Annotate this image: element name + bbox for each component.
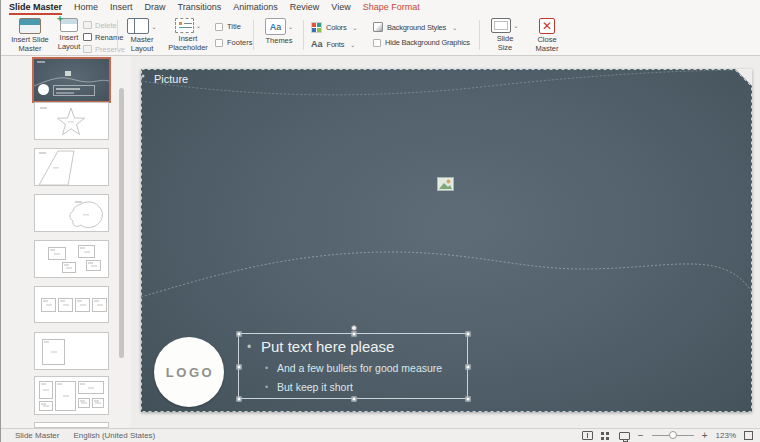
- resize-handle-middle-left[interactable]: [237, 365, 242, 370]
- fit-to-window-icon[interactable]: [744, 431, 753, 440]
- text-placeholder[interactable]: • Put text here please • And a few bulle…: [238, 333, 468, 399]
- footers-checkbox-row[interactable]: Footers: [215, 38, 252, 47]
- close-master-button[interactable]: ✕ Close Master: [529, 18, 565, 53]
- tab-slide-master[interactable]: Slide Master: [9, 0, 62, 16]
- background-wave-middle: [141, 252, 752, 297]
- bullet-icon: •: [247, 337, 261, 357]
- themes-label: Themes: [265, 37, 292, 46]
- fonts-icon: Aa: [311, 39, 323, 50]
- ribbon-tab-bar: Slide Master Home Insert Draw Transition…: [1, 0, 760, 16]
- chevron-down-icon: ⌄: [352, 24, 357, 31]
- slide-thumbnail-blob-layout[interactable]: [34, 194, 109, 232]
- title-checkbox-row[interactable]: Title: [215, 22, 252, 31]
- chevron-down-icon: ⌄: [513, 22, 518, 29]
- resize-handle-top-left[interactable]: [237, 332, 242, 337]
- resize-handle-middle-right[interactable]: [466, 365, 471, 370]
- insert-slide-master-button[interactable]: Insert Slide Master: [7, 18, 53, 53]
- tab-draw[interactable]: Draw: [145, 0, 166, 16]
- chevron-down-icon: ⌄: [288, 23, 293, 30]
- slide-thumbnail-star-layout[interactable]: [34, 102, 109, 140]
- ribbon-separator: [117, 20, 118, 50]
- picture-content-icon[interactable]: [437, 177, 454, 191]
- colors-label: Colors: [326, 23, 346, 32]
- slide-master-editor[interactable]: Picture LOGO • Put text here please • An…: [141, 69, 752, 412]
- slide-size-button[interactable]: ⌄ Slide Size: [487, 18, 523, 52]
- resize-handle-bottom-center[interactable]: [352, 397, 357, 402]
- insert-placeholder-icon: [175, 18, 194, 33]
- picture-placeholder-label: Picture: [154, 73, 188, 85]
- tab-transitions[interactable]: Transitions: [178, 0, 222, 16]
- slide-thumbnail-row-layout[interactable]: [34, 286, 109, 323]
- tab-review[interactable]: Review: [290, 0, 320, 16]
- background-styles-icon: [373, 22, 383, 32]
- tab-insert[interactable]: Insert: [110, 0, 133, 16]
- normal-view-icon[interactable]: [582, 431, 593, 440]
- resize-handle-bottom-right[interactable]: [466, 397, 471, 402]
- master-layout-button[interactable]: ⌄ Master Layout: [120, 18, 164, 53]
- rotation-handle[interactable]: [351, 325, 357, 331]
- sidebar-scrollbar[interactable]: [119, 88, 124, 358]
- slide-thumbnail-single-box-layout[interactable]: [34, 332, 109, 370]
- tab-shape-format[interactable]: Shape Format: [363, 0, 420, 16]
- hide-background-graphics-row[interactable]: Hide Background Graphics: [373, 38, 470, 47]
- colors-button[interactable]: Colors ⌄: [311, 22, 358, 33]
- blob-shape: [35, 195, 110, 233]
- delete-icon: [83, 21, 92, 29]
- zoom-slider[interactable]: [652, 435, 694, 436]
- ribbon-separator: [253, 20, 254, 50]
- status-language[interactable]: English (United States): [73, 431, 155, 440]
- insert-layout-icon: [60, 18, 78, 32]
- close-master-icon: ✕: [539, 18, 555, 34]
- rename-button[interactable]: Rename: [83, 31, 125, 43]
- chevron-down-icon: ⌄: [196, 22, 201, 29]
- logo-text: LOGO: [164, 365, 214, 380]
- slideshow-view-icon[interactable]: [619, 432, 630, 440]
- background-styles-label: Background Styles: [387, 23, 446, 32]
- tab-view[interactable]: View: [331, 0, 350, 16]
- logo-placeholder[interactable]: LOGO: [154, 337, 224, 407]
- themes-icon: Aa: [265, 18, 286, 35]
- slide-thumbnail-master[interactable]: [32, 57, 111, 103]
- footers-label: Footers: [227, 38, 252, 47]
- chevron-down-icon: ⌄: [350, 41, 355, 48]
- zoom-slider-thumb[interactable]: [669, 431, 677, 439]
- bullet-icon: •: [265, 361, 277, 375]
- resize-handle-top-right[interactable]: [466, 332, 471, 337]
- preserve-button: Preserve: [83, 43, 125, 55]
- bullet-text: Put text here please: [261, 337, 394, 357]
- master-layout-label: Master Layout: [131, 36, 154, 53]
- slide-sorter-view-icon[interactable]: [601, 431, 611, 440]
- resize-handle-bottom-left[interactable]: [237, 397, 242, 402]
- footers-checkbox[interactable]: [215, 39, 223, 47]
- hide-background-graphics-label: Hide Background Graphics: [385, 38, 470, 47]
- bullet-line-3[interactable]: • But keep it short: [265, 380, 353, 394]
- master-layout-icon: [127, 18, 149, 34]
- insert-layout-label: Insert Layout: [58, 34, 81, 51]
- insert-layout-button[interactable]: Insert Layout: [53, 18, 85, 51]
- slide-thumbnail-four-boxes-layout[interactable]: [34, 240, 109, 278]
- hide-background-graphics-checkbox[interactable]: [373, 39, 381, 47]
- bullet-text: But keep it short: [277, 380, 353, 394]
- fonts-label: Fonts: [327, 40, 345, 49]
- tab-home[interactable]: Home: [74, 0, 98, 16]
- tab-animations[interactable]: Animations: [233, 0, 278, 16]
- slide-thumbnail-panel: [1, 56, 131, 428]
- close-master-label: Close Master: [536, 36, 559, 53]
- bullet-line-1[interactable]: • Put text here please: [247, 337, 394, 357]
- background-styles-button[interactable]: Background Styles ⌄: [373, 22, 470, 32]
- zoom-out-button[interactable]: −: [638, 431, 644, 441]
- status-view-name: Slide Master: [15, 431, 59, 440]
- thumbnail-logo-circle: [38, 84, 49, 95]
- themes-button[interactable]: Aa ⌄ Themes: [259, 18, 299, 46]
- slide-thumbnail-grid-layout[interactable]: [34, 376, 109, 415]
- title-checkbox[interactable]: [215, 23, 223, 31]
- colors-icon: [311, 22, 322, 33]
- bullet-line-2[interactable]: • And a few bullets for good measure: [265, 361, 442, 375]
- slide-thumbnail-trapezoid-layout[interactable]: [34, 148, 109, 186]
- zoom-level[interactable]: 123%: [716, 431, 736, 440]
- zoom-in-button[interactable]: +: [702, 431, 708, 441]
- resize-handle-top-center[interactable]: [352, 332, 357, 337]
- fonts-button[interactable]: Aa Fonts ⌄: [311, 39, 358, 50]
- insert-placeholder-button[interactable]: ⌄ Insert Placeholder: [164, 18, 212, 52]
- trapezoid-shape: [35, 149, 110, 187]
